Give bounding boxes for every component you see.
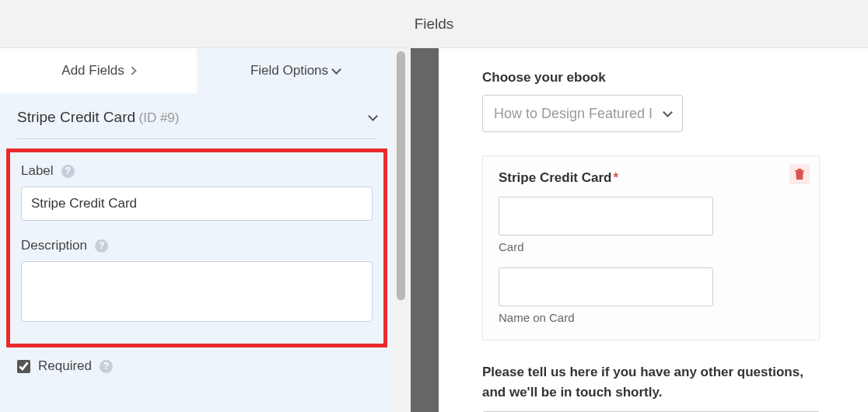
name-on-card-input[interactable] bbox=[499, 267, 713, 306]
card-input-group: Card bbox=[499, 197, 803, 253]
card-sublabel: Card bbox=[499, 240, 803, 253]
divider bbox=[17, 138, 376, 139]
gutter-shadow bbox=[411, 48, 439, 412]
name-input-group: Name on Card bbox=[499, 267, 803, 324]
chevron-right-icon bbox=[128, 66, 136, 75]
top-bar: Fields bbox=[0, 0, 868, 48]
tab-field-options[interactable]: Field Options bbox=[197, 48, 394, 93]
ebook-label: Choose your ebook bbox=[482, 70, 820, 86]
field-name: Stripe Credit Card bbox=[17, 109, 135, 125]
label-row: Label ? bbox=[21, 163, 373, 221]
help-icon[interactable]: ? bbox=[100, 360, 113, 373]
name-sublabel: Name on Card bbox=[499, 311, 803, 324]
description-input[interactable] bbox=[21, 261, 373, 322]
credit-card-section[interactable]: Stripe Credit Card* Card Name on Card bbox=[482, 155, 820, 340]
card-section-title: Stripe Credit Card* bbox=[499, 170, 803, 186]
field-header[interactable]: Stripe Credit Card (ID #9) bbox=[0, 93, 394, 134]
required-label: Required bbox=[38, 358, 92, 374]
card-title-text: Stripe Credit Card bbox=[499, 170, 611, 185]
page-title: Fields bbox=[415, 16, 454, 33]
label-text: Label bbox=[21, 163, 54, 179]
preview-panel: Choose your ebook How to Design Featured… bbox=[439, 48, 868, 412]
label-label-row: Label ? bbox=[21, 163, 373, 179]
ebook-value: How to Design Featured I bbox=[494, 106, 653, 122]
card-input[interactable] bbox=[499, 197, 713, 236]
main-content: Add Fields Field Options Stripe Credit C… bbox=[0, 48, 868, 412]
required-star: * bbox=[613, 170, 618, 185]
description-label-row: Description ? bbox=[21, 238, 373, 253]
tab-options-label: Field Options bbox=[250, 63, 328, 79]
scroll-gutter bbox=[394, 48, 439, 412]
ebook-select[interactable]: How to Design Featured I bbox=[482, 95, 683, 132]
required-checkbox[interactable] bbox=[17, 360, 30, 373]
scroll-thumb[interactable] bbox=[397, 51, 405, 300]
help-icon[interactable]: ? bbox=[95, 239, 108, 253]
chevron-down-icon bbox=[368, 111, 378, 121]
tabs: Add Fields Field Options bbox=[0, 48, 394, 93]
description-text: Description bbox=[21, 238, 87, 253]
field-id: (ID #9) bbox=[139, 110, 180, 125]
trash-icon bbox=[794, 168, 805, 180]
required-row: Required ? bbox=[0, 351, 394, 374]
questions-label: Please tell us here if you have any othe… bbox=[482, 362, 820, 402]
tab-add-fields[interactable]: Add Fields bbox=[0, 48, 197, 93]
chevron-down-icon bbox=[331, 65, 341, 75]
label-input[interactable] bbox=[21, 187, 373, 221]
help-icon[interactable]: ? bbox=[61, 165, 75, 178]
chevron-down-icon bbox=[663, 107, 673, 117]
highlighted-section: Label ? Description ? bbox=[6, 148, 387, 347]
tab-add-label: Add Fields bbox=[61, 63, 124, 79]
delete-button[interactable] bbox=[789, 164, 810, 184]
left-panel: Add Fields Field Options Stripe Credit C… bbox=[0, 48, 394, 412]
description-row: Description ? bbox=[21, 238, 373, 325]
